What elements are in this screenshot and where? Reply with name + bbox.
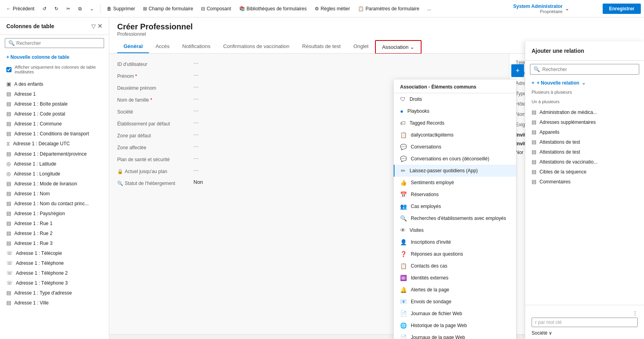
new-column-button[interactable]: + Nouvelle colonne de table bbox=[0, 51, 109, 63]
dropdown-menu-item[interactable]: 👤Inscriptions d'invité bbox=[394, 236, 516, 248]
chevron-down-icon[interactable]: ⌄ bbox=[565, 6, 569, 12]
sidebar-list-item[interactable]: ▤Adresse 1 : Rue 2 bbox=[0, 228, 109, 238]
cut-button[interactable]: ✂ bbox=[63, 4, 73, 13]
field-value[interactable]: --- bbox=[193, 60, 199, 66]
sidebar-list-item[interactable]: ▤Adresse 1 : Ville bbox=[0, 298, 109, 308]
dropdown-menu-item[interactable]: 👥Cas employés bbox=[394, 200, 516, 212]
tab-notifications[interactable]: Notifications bbox=[176, 40, 217, 53]
close-sidebar-button[interactable]: ✕ bbox=[97, 22, 102, 30]
sidebar-list-item[interactable]: ▣A des enfants bbox=[0, 79, 109, 89]
sidebar-list-item[interactable]: ☏Adresse 1 : Téléphone 3 bbox=[0, 278, 109, 288]
field-value[interactable]: --- bbox=[193, 72, 199, 78]
sidebar-list-item[interactable]: ▤Adresse 1 : Rue 1 bbox=[0, 218, 109, 228]
dropdown-item-label: Playbooks bbox=[407, 108, 429, 114]
save-button[interactable]: Enregistrer bbox=[603, 4, 641, 14]
add-relation-button[interactable]: + bbox=[511, 64, 524, 77]
tab-général[interactable]: Général bbox=[117, 40, 149, 53]
assoc-list-item[interactable]: ▤Cibles de la séquence bbox=[525, 167, 644, 177]
dropdown-menu-item[interactable]: 💬Conversations bbox=[394, 141, 516, 153]
sidebar-list-item[interactable]: ▤Adresse 1 : Boîte postale bbox=[0, 99, 109, 109]
assoc-list-item[interactable]: ▤Attestations de test bbox=[525, 137, 644, 147]
field-value[interactable]: --- bbox=[193, 167, 199, 173]
dropdown-menu-item[interactable]: 📄Journaux de la page Web bbox=[394, 331, 516, 339]
component-button[interactable]: ⊟ Composant bbox=[198, 4, 234, 13]
assoc-list-item[interactable]: ▤Attestations de vaccinatio... bbox=[525, 157, 644, 167]
assoc-list-item[interactable]: ▤Administration de médica... bbox=[525, 107, 644, 117]
tab-résultats-de-test[interactable]: Résultats de test bbox=[296, 40, 347, 53]
assoc-society-filter[interactable]: Société ∨ bbox=[532, 330, 638, 336]
sidebar-list-item[interactable]: ▤Adresse 1 : Nom du contact princ... bbox=[0, 198, 109, 208]
field-value[interactable]: --- bbox=[193, 96, 199, 102]
rules-button[interactable]: ⚙ Règles métier bbox=[311, 4, 353, 13]
tab-onglet[interactable]: Onglet bbox=[347, 40, 375, 53]
dropdown-menu-item[interactable]: 🆔Identités externes bbox=[394, 272, 516, 284]
paste-dropdown[interactable]: ⌄ bbox=[87, 4, 97, 13]
sidebar-list-item[interactable]: ▤Adresse 1 : Code postal bbox=[0, 109, 109, 119]
params-button[interactable]: 📋 Paramètres de formulaire bbox=[355, 4, 422, 13]
sidebar-list-item[interactable]: ▤Adresse 1 : Mode de livraison bbox=[0, 179, 109, 189]
filter-icon[interactable]: ▽ bbox=[91, 23, 96, 29]
dropdown-menu-item[interactable]: 📅Réservations bbox=[394, 189, 516, 200]
more-button[interactable]: ... bbox=[424, 4, 434, 13]
redo-button[interactable]: ↻ bbox=[51, 4, 62, 13]
sidebar-list-item[interactable]: ◎Adresse 1 : Longitude bbox=[0, 169, 109, 179]
tab-association[interactable]: Association ⌄ bbox=[375, 40, 422, 54]
copy-button[interactable]: ⧉ bbox=[75, 4, 85, 13]
dropdown-menu-item[interactable]: 📄Journaux de fichier Web bbox=[394, 308, 516, 320]
assoc-item-label: Administration de médica... bbox=[540, 110, 597, 115]
field-value[interactable]: --- bbox=[193, 143, 199, 149]
dropdown-menu-item[interactable]: 👍Sentiments employé bbox=[394, 177, 516, 189]
field-value[interactable]: --- bbox=[193, 131, 199, 137]
tab-accès[interactable]: Accès bbox=[149, 40, 176, 53]
assoc-list-item[interactable]: ▤Appareils bbox=[525, 127, 644, 137]
dropdown-menu-item[interactable]: 📋Contacts des cas bbox=[394, 260, 516, 272]
item-label: Adresse 1 : Téléphone bbox=[16, 260, 64, 266]
libraries-button[interactable]: 📚 Bibliothèques de formulaires bbox=[236, 4, 310, 13]
item-label: Adresse 1 : Conditions de transport bbox=[14, 131, 89, 137]
sidebar-list-item[interactable]: ▤Adresse 1 : Département/province bbox=[0, 149, 109, 159]
assoc-list-item[interactable]: ▤Commentaires bbox=[525, 177, 644, 187]
sidebar-list-item[interactable]: ▤Adresse 1 : Conditions de transport bbox=[0, 129, 109, 139]
assoc-list-item[interactable]: ▤Attestations de test bbox=[525, 147, 644, 157]
sidebar-list-item[interactable]: ▤Adresse 1 : Nom bbox=[0, 189, 109, 198]
dropdown-menu-item[interactable]: 🛡Droits bbox=[394, 93, 516, 105]
dropdown-menu-item[interactable]: 🔍Recherches d'établissements avec employ… bbox=[394, 212, 516, 224]
sidebar-list-item[interactable]: ☏Adresse 1 : Téléphone bbox=[0, 258, 109, 268]
field-value[interactable]: --- bbox=[193, 155, 199, 161]
dropdown-menu-item[interactable]: 👁Visites bbox=[394, 224, 516, 236]
field-value[interactable]: --- bbox=[193, 84, 199, 90]
sidebar-list-item[interactable]: ⧖Adresse 1 : Décalage UTC bbox=[0, 139, 109, 149]
sidebar-list-item[interactable]: ◎Adresse 1 : Latitude bbox=[0, 159, 109, 169]
dropdown-menu-item[interactable]: 🏷Tagged Records bbox=[394, 117, 516, 129]
field-button[interactable]: ⊞ Champ de formulaire bbox=[140, 4, 196, 13]
tab-confirmations-de-vaccination[interactable]: Confirmations de vaccination bbox=[217, 40, 296, 53]
dropdown-menu-item[interactable]: ✏Laissez-passer quotidiens (App) bbox=[394, 165, 516, 177]
field-value[interactable]: Non bbox=[193, 179, 203, 185]
new-relation-button[interactable]: + + Nouvelle relation ⌄ bbox=[525, 78, 644, 88]
undo-button[interactable]: ↺ bbox=[39, 4, 50, 13]
sidebar-list-item[interactable]: ▤Adresse 1 : Pays/région bbox=[0, 208, 109, 218]
dropdown-menu-item[interactable]: 💬Conversations en cours (déconseillé) bbox=[394, 153, 516, 165]
dropdown-menu-item[interactable]: ●Playbooks bbox=[394, 105, 516, 117]
dropdown-menu-item[interactable]: ❓Réponses aux questions bbox=[394, 248, 516, 260]
sidebar-list-item[interactable]: ▤Adresse 1 : Rue 3 bbox=[0, 238, 109, 248]
assoc-options-icon[interactable]: ⋮ bbox=[632, 310, 638, 316]
sidebar-search-input[interactable] bbox=[16, 40, 101, 46]
dropdown-menu-item[interactable]: 📧Envois de sondage bbox=[394, 296, 516, 308]
sidebar-list-item[interactable]: ☏Adresse 1 : Téléphone 2 bbox=[0, 268, 109, 278]
delete-button[interactable]: 🗑 Supprimer bbox=[104, 4, 138, 13]
sidebar-list-item[interactable]: ▤Adresse 1 : Type d'adresse bbox=[0, 288, 109, 298]
dropdown-menu-item[interactable]: 🌐Historique de la page Web bbox=[394, 320, 516, 331]
dropdown-menu-item[interactable]: 📋dailycontactkpiitems bbox=[394, 129, 516, 141]
back-button[interactable]: ← Précédent bbox=[3, 4, 38, 13]
assoc-search-input[interactable] bbox=[542, 67, 636, 72]
sidebar-list-item[interactable]: ▤Adresse 1 bbox=[0, 89, 109, 99]
filter-unused-checkbox[interactable] bbox=[6, 67, 12, 72]
assoc-list-item[interactable]: ▤Adresses supplémentaires bbox=[525, 117, 644, 127]
field-value[interactable]: --- bbox=[193, 108, 199, 114]
dropdown-menu-item[interactable]: 🔔Alertes de la page bbox=[394, 284, 516, 296]
sidebar-list-item[interactable]: ☏Adresse 1 : Télécopie bbox=[0, 248, 109, 258]
sidebar-list-item[interactable]: ▤Adresse 1 : Commune bbox=[0, 119, 109, 129]
sidebar-list: ▣A des enfants▤Adresse 1▤Adresse 1 : Boî… bbox=[0, 77, 109, 339]
field-value[interactable]: --- bbox=[193, 119, 199, 125]
